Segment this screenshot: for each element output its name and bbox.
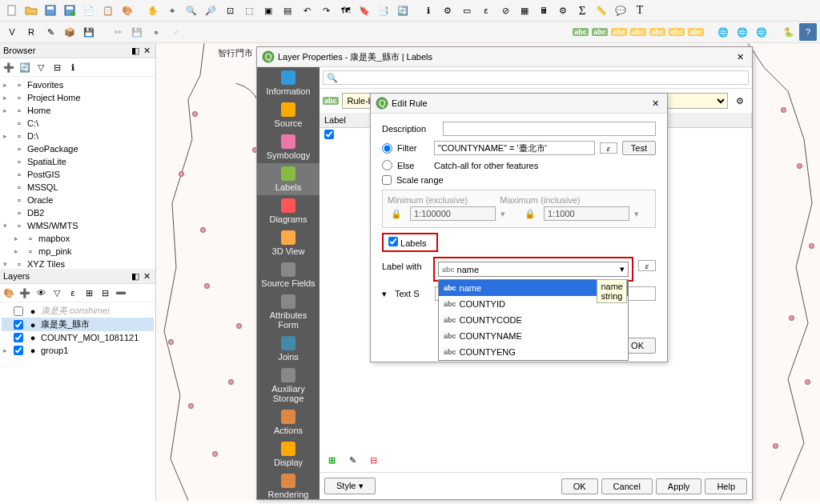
ok-button[interactable]: OK [561, 478, 598, 494]
plugin-1-icon[interactable]: 🌐 [714, 23, 732, 41]
properties-tab-3d-view[interactable]: 3D View [257, 227, 320, 259]
apply-button[interactable]: Apply [656, 478, 702, 494]
layout-icon[interactable]: 📄 [80, 2, 98, 19]
pan-selection-icon[interactable]: ⌖ [163, 2, 181, 19]
layer-item[interactable]: ●康是美 conshimei [2, 304, 154, 318]
else-radio[interactable] [382, 160, 392, 170]
layer-item[interactable]: ▸●group1 [2, 344, 154, 357]
layers-style-icon[interactable]: 🎨 [2, 286, 16, 300]
field-calc-icon[interactable]: 🖩 [535, 2, 553, 19]
add-raster-icon[interactable]: R [22, 23, 40, 41]
label-field-select[interactable]: abc name ▾ [438, 262, 629, 277]
layers-collapse-icon[interactable]: ⊟ [98, 286, 112, 300]
action-icon[interactable]: ⚙ [439, 2, 456, 19]
zoom-next-icon[interactable]: ↷ [317, 2, 335, 19]
label-tool-6-icon[interactable]: abc [668, 23, 685, 41]
layer-properties-close-icon[interactable]: ✕ [734, 52, 747, 62]
properties-tab-rendering[interactable]: Rendering [257, 470, 320, 499]
label-tool-1-icon[interactable]: abc [572, 23, 589, 41]
edit-rule-close-icon[interactable]: ✕ [649, 98, 662, 109]
label-tool-4-icon[interactable]: abc [629, 23, 647, 41]
test-button[interactable]: Test [622, 141, 656, 155]
text-annotation-icon[interactable]: T [631, 2, 649, 19]
properties-sidebar[interactable]: InformationSourceSymbologyLabelsDiagrams… [257, 67, 320, 499]
properties-tab-labels[interactable]: Labels [257, 163, 320, 195]
properties-tab-diagrams[interactable]: Diagrams [257, 195, 320, 227]
zoom-native-icon[interactable]: ⊡ [221, 2, 239, 19]
properties-tab-display[interactable]: Display [257, 438, 320, 470]
description-input[interactable] [443, 122, 656, 136]
layer-visibility-checkbox[interactable] [14, 320, 23, 330]
identify-icon[interactable]: ℹ [420, 2, 437, 19]
browser-node[interactable]: ▫MSSQL [2, 181, 154, 194]
map-tips-icon[interactable]: 💬 [612, 2, 629, 19]
browser-node[interactable]: ▾▫XYZ Tiles [2, 258, 154, 269]
new-project-icon[interactable] [3, 2, 21, 19]
layers-add-group-icon[interactable]: ➕ [18, 286, 32, 300]
properties-tab-auxiliary-storage[interactable]: Auxiliary Storage [257, 365, 320, 406]
help-button[interactable]: Help [705, 478, 747, 494]
stats-icon[interactable]: Σ [573, 2, 591, 19]
zoom-layer-icon[interactable]: ▤ [279, 2, 296, 19]
attr-table-icon[interactable]: ▦ [516, 2, 533, 19]
browser-node[interactable]: ▸▫Project Home [2, 91, 154, 104]
properties-tab-attributes-form[interactable]: Attributes Form [257, 291, 320, 333]
browser-collapse-icon[interactable]: ⊟ [50, 60, 64, 74]
layers-undock-icon[interactable]: ◧ [130, 270, 141, 282]
browser-node[interactable]: ▫C:\ [2, 117, 154, 130]
properties-tab-source[interactable]: Source [257, 99, 320, 131]
browser-add-icon[interactable]: ➕ [2, 60, 16, 74]
browser-node[interactable]: ▸▫Favorites [2, 78, 154, 91]
zoom-out-icon[interactable]: 🔎 [202, 2, 219, 19]
browser-node[interactable]: ▸▫Home [2, 104, 154, 117]
zoom-selection-icon[interactable]: ▣ [259, 2, 277, 19]
new-bookmark-icon[interactable]: 🔖 [356, 2, 373, 19]
browser-tree[interactable]: ▸▫Favorites▸▫Project Home▸▫Home▫C:\▸▫D:\… [0, 77, 155, 269]
browser-node[interactable]: ▸▫mp_pink [2, 245, 154, 258]
zoom-last-icon[interactable]: ↶ [298, 2, 316, 19]
new-memory-icon[interactable]: 💾 [80, 23, 98, 41]
layer-item[interactable]: ●康是美_縣市 [2, 318, 154, 331]
toolbox-icon[interactable]: ⚙ [554, 2, 572, 19]
label-expression-icon[interactable]: ε [638, 260, 656, 271]
add-vector-icon[interactable]: V [3, 23, 21, 41]
layer-item[interactable]: ●COUNTY_MOI_1081121 [2, 331, 154, 344]
plugin-2-icon[interactable]: 🌐 [734, 23, 751, 41]
pan-icon[interactable]: ✋ [144, 2, 162, 19]
browser-node[interactable]: ▸▫mapbox [2, 232, 154, 245]
browser-undock-icon[interactable]: ◧ [130, 45, 141, 56]
digitize-icon[interactable]: ⟋ [167, 23, 184, 41]
open-icon[interactable] [22, 2, 40, 19]
browser-close-icon[interactable]: ✕ [141, 45, 152, 56]
cancel-button[interactable]: Cancel [601, 478, 653, 494]
select-expr-icon[interactable]: ε [477, 2, 495, 19]
label-tool-5-icon[interactable]: abc [649, 23, 666, 41]
style-manager-icon[interactable]: 🎨 [119, 2, 136, 19]
labels-checkbox[interactable] [388, 237, 398, 246]
labeling-settings-icon[interactable]: ⚙ [731, 92, 749, 110]
browser-node[interactable]: ▸▫D:\ [2, 130, 154, 142]
filter-input[interactable] [434, 141, 595, 155]
edit-rule-icon[interactable]: ✎ [344, 451, 361, 469]
browser-node[interactable]: ▫Oracle [2, 194, 154, 206]
label-tool-7-icon[interactable]: abc [687, 23, 705, 41]
browser-node[interactable]: ▫SpatiaLite [2, 155, 154, 168]
python-icon[interactable]: 🐍 [780, 23, 798, 41]
save-as-icon[interactable] [61, 2, 78, 19]
browser-refresh-icon[interactable]: 🔄 [18, 60, 32, 74]
layout-manager-icon[interactable]: 📋 [99, 2, 117, 19]
browser-properties-icon[interactable]: ℹ [66, 60, 80, 74]
filter-radio[interactable] [382, 143, 392, 154]
label-tool-2-icon[interactable]: abc [591, 23, 609, 41]
select-icon[interactable]: ▭ [458, 2, 476, 19]
measure-icon[interactable]: 📏 [593, 2, 610, 19]
properties-tab-joins[interactable]: Joins [257, 333, 320, 365]
browser-node[interactable]: ▫GeoPackage [2, 142, 154, 155]
help-icon[interactable]: ? [799, 23, 817, 41]
scale-range-checkbox[interactable] [382, 175, 392, 185]
plugin-3-icon[interactable]: 🌐 [753, 23, 770, 41]
browser-node[interactable]: ▾▫WMS/WMTS [2, 219, 154, 232]
bookmarks-icon[interactable]: 📑 [375, 2, 392, 19]
zoom-full-icon[interactable]: ⬚ [240, 2, 258, 19]
layers-visibility-icon[interactable]: 👁 [34, 286, 48, 300]
